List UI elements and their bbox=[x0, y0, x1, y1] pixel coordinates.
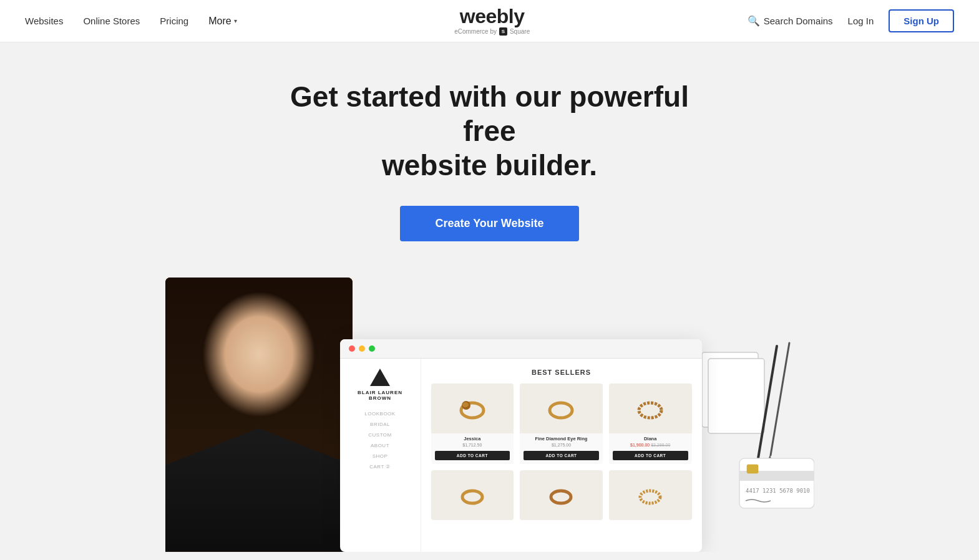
logo-sub: eCommerce by S Square bbox=[454, 27, 530, 36]
product-name-diana: Diana bbox=[609, 433, 692, 442]
product-card-row2-3 bbox=[609, 470, 692, 520]
product-image-row2-3 bbox=[609, 470, 692, 520]
product-name-diamond: Fine Diamond Eye Ring bbox=[520, 433, 603, 442]
product-price-diana: $1,900.00 $3,299.00 bbox=[609, 442, 692, 448]
browser-dot-close bbox=[349, 345, 355, 352]
svg-point-3 bbox=[550, 403, 572, 418]
svg-point-2 bbox=[462, 402, 469, 407]
product-card-jessica: Jessica $1,712.50 ADD TO CART bbox=[431, 384, 514, 464]
search-domains[interactable]: 🔍 Search Domains bbox=[748, 15, 833, 27]
product-original-price: $3,299.00 bbox=[651, 443, 670, 447]
browser-bar bbox=[340, 339, 702, 359]
add-to-cart-diana[interactable]: ADD TO CART bbox=[613, 451, 688, 460]
nav-websites[interactable]: Websites bbox=[25, 16, 63, 26]
browser-dot-maximize bbox=[369, 345, 375, 352]
store-section-title: BEST SELLERS bbox=[431, 369, 692, 376]
product-card-diana: Diana $1,900.00 $3,299.00 ADD TO CART bbox=[609, 384, 692, 464]
svg-text:4417 1231 5678 9010: 4417 1231 5678 9010 bbox=[746, 488, 810, 494]
product-image-diamond bbox=[520, 384, 603, 433]
login-link[interactable]: Log In bbox=[848, 16, 874, 26]
product-sale-price: $1,900.00 bbox=[630, 443, 650, 447]
product-image-diana bbox=[609, 384, 692, 433]
product-name-jessica: Jessica bbox=[431, 433, 514, 442]
nav-online-stores[interactable]: Online Stores bbox=[83, 16, 140, 26]
product-card-row2-1 bbox=[431, 470, 514, 520]
svg-point-4 bbox=[639, 403, 661, 418]
navbar: Websites Online Stores Pricing More ▾ we… bbox=[0, 0, 979, 42]
store-main: BEST SELLERS Jessica bbox=[421, 359, 702, 552]
product-grid: Jessica $1,712.50 ADD TO CART Fine bbox=[431, 384, 692, 520]
product-image-row2-2 bbox=[520, 470, 603, 520]
store-nav-custom[interactable]: CUSTOM bbox=[350, 432, 411, 438]
signup-button[interactable]: Sign Up bbox=[889, 9, 954, 32]
nav-right: 🔍 Search Domains Log In Sign Up bbox=[748, 9, 954, 32]
store-logo: BLAIR LAUREN BROWN bbox=[350, 369, 411, 401]
chevron-down-icon: ▾ bbox=[234, 17, 237, 24]
logo[interactable]: weebly eCommerce by S Square bbox=[454, 6, 530, 36]
browser-dot-minimize bbox=[359, 345, 365, 352]
hero-visuals: BLAIR LAUREN BROWN LOOKBOOK BRIDAL CUSTO… bbox=[12, 278, 967, 552]
add-to-cart-jessica[interactable]: ADD TO CART bbox=[435, 451, 510, 460]
store-nav-cart[interactable]: CART ② bbox=[350, 464, 411, 470]
product-image-row2-1 bbox=[431, 470, 514, 520]
svg-rect-9 bbox=[708, 359, 764, 433]
hero-heading: Get started with our powerful free websi… bbox=[271, 80, 708, 183]
svg-point-7 bbox=[640, 491, 660, 503]
svg-point-5 bbox=[462, 491, 482, 503]
hero-person-image bbox=[165, 278, 353, 552]
search-icon: 🔍 bbox=[748, 15, 760, 27]
browser-mockup: BLAIR LAUREN BROWN LOOKBOOK BRIDAL CUSTO… bbox=[340, 339, 702, 552]
nav-more[interactable]: More ▾ bbox=[208, 16, 236, 27]
add-to-cart-diamond[interactable]: ADD TO CART bbox=[524, 451, 599, 460]
store-nav-lookbook[interactable]: LOOKBOOK bbox=[350, 411, 411, 417]
store-brand-name: BLAIR LAUREN BROWN bbox=[350, 390, 411, 401]
create-website-button[interactable]: Create Your Website bbox=[400, 206, 578, 241]
svg-rect-16 bbox=[747, 465, 758, 473]
product-card-row2-2 bbox=[520, 470, 603, 520]
browser-content: BLAIR LAUREN BROWN LOOKBOOK BRIDAL CUSTO… bbox=[340, 359, 702, 552]
product-image-jessica bbox=[431, 384, 514, 433]
store-nav-bridal[interactable]: BRIDAL bbox=[350, 422, 411, 427]
store-nav-shop[interactable]: SHOP bbox=[350, 453, 411, 459]
store-sidebar: BLAIR LAUREN BROWN LOOKBOOK BRIDAL CUSTO… bbox=[340, 359, 421, 552]
illustration-area: 4417 1231 5678 9010 bbox=[689, 334, 814, 552]
section2: Build a free website that grows with you… bbox=[0, 552, 979, 560]
nav-left: Websites Online Stores Pricing More ▾ bbox=[25, 16, 237, 27]
product-price-diamond: $1,275.00 bbox=[520, 442, 603, 448]
store-triangle-icon bbox=[370, 369, 390, 386]
hero-section: Get started with our powerful free websi… bbox=[0, 42, 979, 552]
svg-point-6 bbox=[551, 491, 571, 503]
product-price-jessica: $1,712.50 bbox=[431, 442, 514, 448]
square-icon: S bbox=[499, 27, 507, 36]
decoration-illustration: 4417 1231 5678 9010 bbox=[689, 334, 814, 552]
store-nav-about[interactable]: ABOUT bbox=[350, 443, 411, 448]
logo-text: weebly bbox=[454, 6, 530, 26]
nav-pricing[interactable]: Pricing bbox=[160, 16, 188, 26]
product-card-diamond: Fine Diamond Eye Ring $1,275.00 ADD TO C… bbox=[520, 384, 603, 464]
